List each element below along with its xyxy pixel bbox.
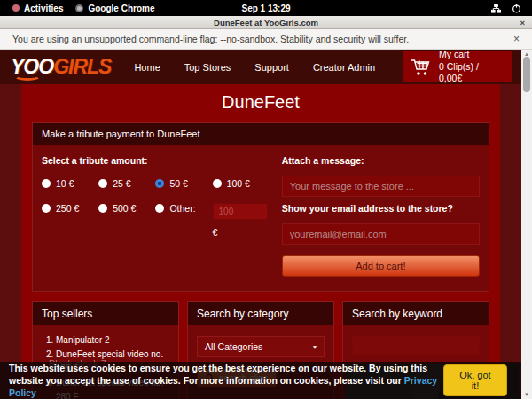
nav-home[interactable]: Home (134, 62, 160, 73)
page-viewport: YOOGIRLS Home Top Stores Support Creator… (0, 50, 521, 399)
cart-status: 0 Clip(s) / 0,00€ (439, 61, 505, 85)
network-icon[interactable] (491, 4, 501, 13)
radio-icon[interactable] (42, 204, 51, 213)
scroll-down-icon[interactable]: ▼ (524, 392, 529, 397)
main-nav: Home Top Stores Support Creator Admin (134, 62, 375, 73)
nav-creator-admin[interactable]: Creator Admin (313, 62, 375, 73)
cart-title: My cart (439, 50, 505, 61)
nav-support[interactable]: Support (254, 62, 289, 73)
radio-icon[interactable] (42, 179, 51, 188)
message-input[interactable] (282, 176, 480, 197)
amount-radio-other[interactable]: Other: (155, 203, 212, 238)
radio-icon[interactable] (155, 204, 164, 213)
yoogirls-logo[interactable]: YOOGIRLS (11, 57, 111, 77)
site-header: YOOGIRLS Home Top Stores Support Creator… (0, 50, 521, 84)
tribute-amount-label: Select a tribute amount: (42, 155, 270, 166)
window-title: DuneFeet at YooGirls.com (214, 18, 318, 27)
warning-text: You are using an unsupported command-lin… (12, 34, 409, 44)
radio-icon[interactable] (98, 179, 107, 188)
email-input[interactable] (282, 223, 480, 245)
power-icon[interactable] (512, 4, 521, 13)
main-container: DuneFeet Make a tribute payment to DuneF… (21, 84, 500, 399)
add-to-cart-button[interactable]: Add to cart! (282, 255, 480, 277)
other-amount-input[interactable] (213, 203, 268, 220)
radio-icon[interactable] (155, 179, 164, 188)
tribute-payment-panel: Make a tribute payment to DuneFeet Selec… (32, 122, 489, 292)
seller-item[interactable]: Manipulator 2 (56, 333, 173, 348)
message-label: Attach a message: (282, 155, 480, 166)
search-keyword-title: Search by keyword (343, 302, 489, 325)
tribute-amount-options: 10 € 25 € 50 € (42, 178, 270, 238)
amount-radio-50[interactable]: 50 € (155, 178, 212, 189)
keyword-input[interactable] (352, 336, 480, 355)
cookie-consent-bar: This website uses cookies to ensure you … (0, 362, 521, 399)
top-sellers-title: Top sellers (33, 302, 178, 325)
cookie-accept-button[interactable]: Ok, got it! (443, 364, 507, 396)
amount-radio-100[interactable]: 100 € (213, 178, 270, 189)
email-label: Show your email address to the store? (282, 203, 480, 214)
amount-radio-250[interactable]: 250 € (42, 203, 98, 238)
window-close-icon[interactable]: × (520, 16, 525, 29)
vertical-scrollbar[interactable]: ▲ ▼ (521, 50, 532, 399)
chevron-down-icon: ▾ (313, 343, 317, 351)
nav-top-stores[interactable]: Top Stores (184, 62, 231, 73)
category-selected-value: All Categories (205, 341, 262, 352)
cookie-message: This website uses cookies to ensure you … (9, 362, 443, 399)
radio-icon[interactable] (213, 179, 222, 188)
screen: Activities Google Chrome Sep 1 13:29 Dun… (0, 0, 532, 399)
amount-radio-500[interactable]: 500 € (98, 203, 155, 238)
radio-icon[interactable] (98, 204, 107, 213)
scrollbar-thumb[interactable] (523, 57, 530, 92)
logo-smile-icon (14, 72, 41, 81)
currency-symbol: € (213, 227, 270, 238)
logo-girls-text: GIRLS (53, 55, 111, 78)
system-topbar: Activities Google Chrome Sep 1 13:29 (0, 0, 532, 16)
search-category-title: Search by category (188, 302, 333, 325)
clock[interactable]: Sep 1 13:29 (0, 4, 532, 13)
amount-radio-10[interactable]: 10 € (42, 178, 98, 189)
browser-titlebar[interactable]: DuneFeet at YooGirls.com × (0, 16, 532, 29)
my-cart-button[interactable]: My cart 0 Clip(s) / 0,00€ (403, 51, 512, 82)
cart-icon (411, 58, 432, 77)
warning-close-icon[interactable]: × (513, 33, 520, 45)
tribute-panel-title: Make a tribute payment to DuneFeet (33, 123, 489, 145)
sandbox-warning-banner: You are using an unsupported command-lin… (0, 29, 532, 50)
amount-radio-25[interactable]: 25 € (98, 178, 155, 189)
page-title: DuneFeet (21, 84, 500, 122)
category-select[interactable]: All Categories ▾ (197, 336, 325, 357)
